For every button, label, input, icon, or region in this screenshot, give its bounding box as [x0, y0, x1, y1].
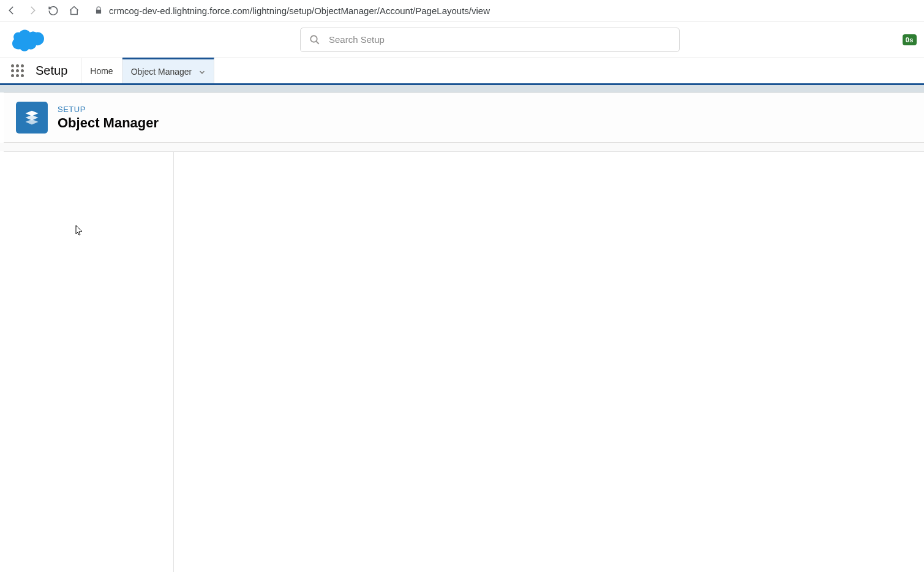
tab-home[interactable]: Home	[81, 58, 122, 83]
url-text: crmcog-dev-ed.lightning.force.com/lightn…	[109, 6, 490, 16]
context-title: Setup	[31, 58, 81, 83]
main-panel	[174, 152, 924, 572]
page-eyebrow: SETUP	[58, 105, 159, 114]
reload-icon[interactable]	[48, 5, 59, 16]
perf-badge: 0s	[903, 34, 917, 45]
search-input[interactable]	[329, 34, 670, 45]
header-strip	[0, 85, 924, 92]
tab-label: Home	[90, 66, 113, 76]
waffle-icon	[11, 64, 24, 77]
left-sidebar	[4, 152, 174, 572]
object-manager-icon	[16, 102, 48, 134]
tab-object-manager[interactable]: Object Manager	[122, 58, 215, 83]
browser-nav-group	[5, 5, 80, 16]
chevron-down-icon[interactable]	[198, 68, 205, 75]
page-header: SETUP Object Manager	[4, 92, 924, 143]
search-setup[interactable]	[300, 28, 680, 52]
lock-icon	[94, 6, 103, 15]
browser-toolbar: crmcog-dev-ed.lightning.force.com/lightn…	[0, 0, 924, 21]
back-icon[interactable]	[6, 5, 17, 16]
app-launcher[interactable]	[4, 58, 31, 83]
salesforce-logo[interactable]	[7, 26, 47, 53]
forward-icon[interactable]	[27, 5, 38, 16]
page-title: Object Manager	[58, 115, 159, 131]
app-header: 0s	[0, 21, 924, 58]
tab-label: Object Manager	[131, 67, 192, 77]
home-icon[interactable]	[69, 5, 80, 16]
address-bar[interactable]: crmcog-dev-ed.lightning.force.com/lightn…	[87, 6, 919, 16]
page-header-text: SETUP Object Manager	[58, 105, 159, 131]
search-icon	[309, 34, 320, 45]
svg-point-0	[310, 36, 317, 42]
gap	[0, 143, 924, 151]
nav-bar: Setup Home Object Manager	[0, 58, 924, 85]
content-area	[4, 151, 924, 572]
